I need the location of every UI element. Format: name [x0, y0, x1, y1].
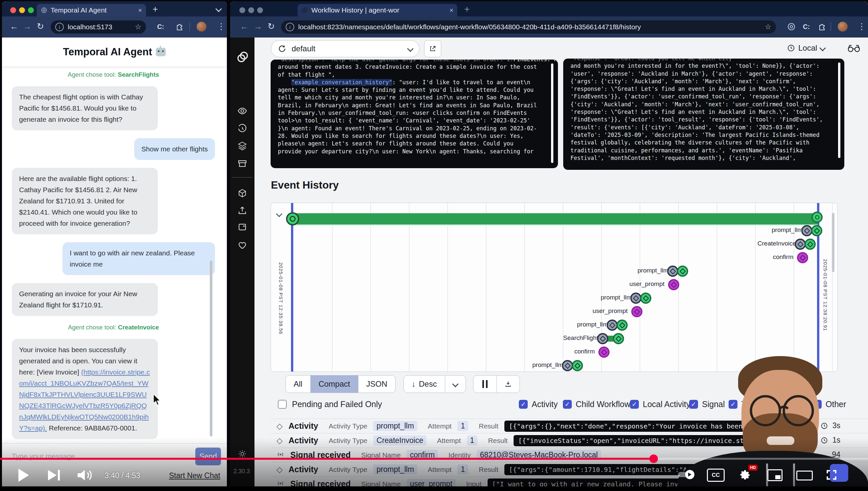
progress-played[interactable] — [0, 458, 654, 460]
timeline-event-marker[interactable] — [677, 266, 688, 277]
open-namespace-button[interactable] — [424, 40, 441, 57]
zoom-window-button[interactable] — [28, 7, 34, 13]
reload-button[interactable]: ↻ — [37, 21, 44, 32]
next-button[interactable] — [48, 470, 60, 481]
site-info-icon[interactable]: i — [55, 23, 64, 31]
sort-desc-button[interactable]: ↓ Desc — [404, 375, 445, 393]
workflow-start-marker[interactable] — [286, 212, 299, 225]
timeline-event-marker[interactable] — [640, 293, 651, 304]
tab-close-icon[interactable]: × — [138, 7, 142, 14]
timeline-event-marker[interactable] — [667, 266, 678, 277]
pending-failed-filter[interactable]: Pending and Failed Only — [278, 400, 382, 409]
forward-button[interactable]: → — [23, 21, 32, 32]
address-bar[interactable]: i localhost:5173 ☆ — [51, 21, 146, 34]
timeline-event-marker[interactable] — [795, 239, 806, 250]
code-scrollbar[interactable] — [838, 62, 840, 158]
site-info-icon[interactable]: i — [286, 23, 294, 31]
labs-glasses-icon[interactable] — [847, 44, 861, 53]
extensions-puzzle-icon[interactable] — [176, 23, 183, 31]
theater-mode-button[interactable] — [796, 470, 813, 481]
zoom-window-button[interactable] — [257, 7, 263, 13]
new-tab-button[interactable]: + — [153, 4, 158, 15]
timezone-select[interactable]: Local — [787, 44, 825, 53]
miniplayer-button[interactable] — [767, 469, 782, 481]
sort-options-chevron[interactable] — [445, 375, 466, 393]
password-manager-icon[interactable] — [787, 22, 796, 31]
timeline-event-marker[interactable] — [562, 360, 573, 371]
namespace-select[interactable]: default — [271, 40, 420, 57]
forward-button[interactable]: → — [254, 21, 262, 32]
workflows-eye-icon[interactable] — [237, 106, 247, 116]
browser-menu-icon[interactable]: ⋮ — [858, 21, 866, 32]
back-button[interactable]: ← — [240, 21, 249, 32]
profile-avatar[interactable] — [838, 22, 848, 32]
pending-failed-checkbox[interactable] — [278, 400, 287, 409]
reload-button[interactable]: ↻ — [268, 21, 275, 32]
pause-updates-button[interactable] — [473, 375, 496, 393]
extension-c-icon[interactable]: C: — [157, 23, 164, 31]
invoice-link[interactable]: (https://invoice.stripe.com/i/acct_1NBOL… — [19, 368, 150, 432]
docs-book-icon[interactable] — [237, 223, 247, 232]
tab-search-icon[interactable] — [215, 6, 222, 12]
expand-timeline-icon[interactable] — [276, 211, 282, 217]
timeline-event-marker[interactable] — [572, 360, 583, 371]
checked-checkbox[interactable]: ✓ — [519, 400, 528, 409]
checked-checkbox[interactable]: ✓ — [563, 400, 572, 409]
profile-avatar[interactable] — [197, 22, 207, 32]
type-filter-activity[interactable]: ✓Activity — [519, 400, 558, 409]
minimize-window-button[interactable] — [248, 7, 254, 13]
timeline-event-marker[interactable] — [607, 320, 618, 331]
browser-menu-icon[interactable]: ⋮ — [217, 21, 225, 32]
timeline-event-marker[interactable] — [613, 333, 624, 344]
workflow-input-code-left[interactable]: "description": "Help the user gather arg… — [271, 60, 558, 168]
archive-icon[interactable] — [237, 158, 247, 169]
fullscreen-button[interactable] — [825, 469, 838, 481]
timeline-event-marker[interactable] — [811, 225, 822, 236]
timeline-event-marker[interactable] — [805, 239, 816, 250]
timeline-event-marker[interactable] — [617, 320, 628, 331]
address-bar[interactable]: i localhost:8233/namespaces/default/work… — [281, 21, 776, 34]
codec-cube-icon[interactable] — [237, 188, 247, 198]
chat-scrollbar[interactable] — [210, 261, 212, 436]
progress-scrubber[interactable] — [649, 455, 658, 463]
captions-button[interactable]: CC — [707, 469, 725, 482]
timeline-scrollbar[interactable] — [832, 213, 834, 272]
workflow-duration-bar[interactable] — [292, 213, 818, 225]
work flow-input-code-right[interactable]: 'response': "Great! Could you tell me wh… — [563, 59, 844, 170]
download-history-button[interactable] — [496, 375, 520, 393]
timeline-event-marker[interactable] — [598, 347, 610, 358]
checked-checkbox[interactable]: ✓ — [630, 400, 639, 409]
temporal-logo-icon[interactable] — [237, 51, 249, 63]
autoplay-toggle[interactable] — [678, 472, 694, 477]
back-button[interactable]: ← — [10, 21, 19, 32]
bookmark-star-icon[interactable]: ☆ — [765, 23, 771, 31]
extensions-puzzle-icon[interactable] — [818, 23, 826, 31]
extension-c-icon[interactable]: C: — [803, 23, 810, 31]
browser-tab[interactable]: Temporal AI Agent × — [37, 4, 146, 17]
play-button[interactable] — [19, 469, 29, 482]
view-tab-compact[interactable]: Compact — [310, 375, 358, 393]
code-scrollbar[interactable] — [551, 63, 553, 163]
timeline-event-marker[interactable] — [797, 252, 808, 263]
timeline-event-marker[interactable] — [630, 293, 642, 304]
close-window-button[interactable] — [10, 7, 16, 13]
bookmark-star-icon[interactable]: ☆ — [135, 23, 142, 31]
timeline-event-marker[interactable] — [631, 306, 643, 317]
browser-tab[interactable]: Workflow History | agent-wor × — [298, 4, 457, 17]
timeline-event-marker[interactable] — [668, 279, 679, 290]
feedback-heart-icon[interactable] — [237, 240, 247, 250]
view-tab-json[interactable]: JSON — [358, 375, 395, 393]
tab-close-icon[interactable]: × — [450, 7, 454, 14]
schedules-clock-icon[interactable] — [237, 124, 247, 134]
close-window-button[interactable] — [239, 7, 245, 13]
namespaces-layers-icon[interactable] — [237, 141, 247, 151]
view-tab-all[interactable]: All — [286, 375, 310, 393]
workflow-end-marker[interactable] — [811, 211, 823, 223]
new-tab-button[interactable]: + — [464, 4, 469, 15]
timeline-event-marker[interactable] — [801, 225, 812, 236]
volume-icon[interactable] — [76, 469, 94, 482]
minimize-window-button[interactable] — [19, 7, 25, 13]
type-filter-child-workflow[interactable]: ✓Child Workflow — [563, 400, 630, 409]
share-upload-icon[interactable] — [237, 205, 247, 215]
timeline-event-marker[interactable] — [597, 333, 608, 344]
